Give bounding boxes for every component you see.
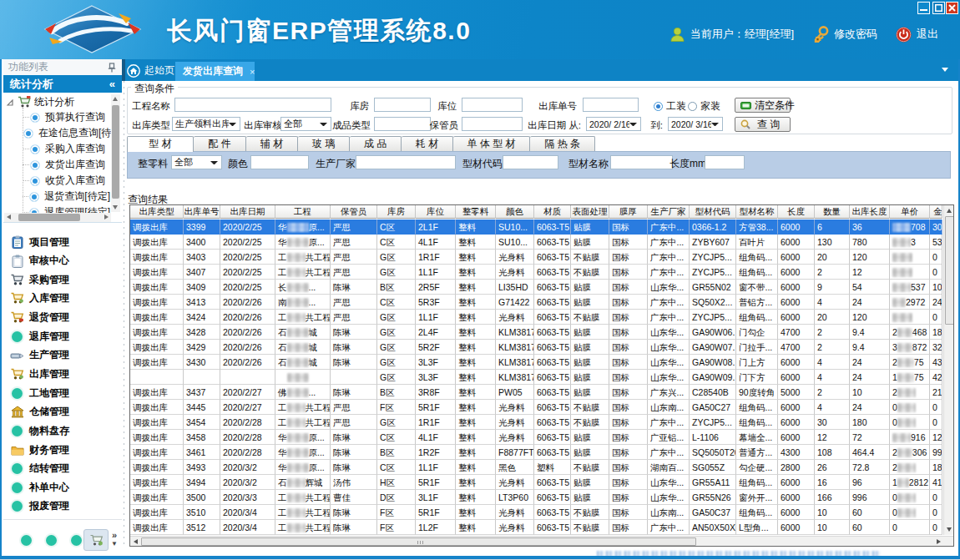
column-header-出库日期[interactable]: 出库日期 bbox=[220, 205, 275, 219]
tab-close-icon[interactable]: × bbox=[250, 67, 255, 77]
change-password-button[interactable]: 修改密码 bbox=[812, 26, 877, 43]
table-row-1[interactable]: 调拨出库34002020/2/25华原...严思C区4L1F整料SU10...6… bbox=[130, 235, 942, 250]
column-header-出库类型[interactable]: 出库类型 bbox=[130, 205, 184, 219]
column-header-型材代码[interactable]: 型材代码 bbox=[690, 205, 736, 219]
column-header-库位[interactable]: 库位 bbox=[416, 205, 456, 219]
column-header-型材名称[interactable]: 型材名称 bbox=[736, 205, 778, 219]
table-row-17[interactable]: 调拨出库34942020/3/2石辉城汤伟H区5R1F整料光身料6063-T5贴… bbox=[130, 475, 942, 490]
minimize-button[interactable] bbox=[917, 2, 930, 14]
whole-part-combo[interactable]: 全部 bbox=[171, 155, 222, 169]
table-row-3[interactable]: 调拨出库34072020/2/25工共工程严思G区1L1F整料光身料6063-T… bbox=[130, 265, 942, 280]
grid-hscroll-thumb[interactable] bbox=[141, 537, 696, 546]
sidebar-item-退货管理[interactable]: 退货管理 bbox=[3, 309, 123, 327]
column-header-单价[interactable]: 单价 bbox=[890, 205, 930, 219]
sidebar-item-审核中心[interactable]: 审核中心 bbox=[3, 252, 123, 270]
nav-overflow-dot-icon[interactable] bbox=[21, 535, 32, 546]
configure-buttons-chevron[interactable]: »▼ bbox=[111, 531, 118, 548]
profile-name-input[interactable] bbox=[610, 155, 673, 169]
table-row-10[interactable]: G区3L3F整料KLM38176063-T5贴膜国标山东华...GA90W09.… bbox=[130, 370, 942, 385]
table-row-15[interactable]: 调拨出库34612020/2/28华原...陈琳B区1R2F整料F8877FT6… bbox=[130, 445, 942, 460]
grid-scroll-left-icon[interactable] bbox=[134, 539, 138, 544]
tree-scroll-down-icon[interactable] bbox=[113, 205, 118, 209]
tree-hscroll-thumb[interactable] bbox=[18, 214, 80, 221]
sidebar-item-补单中心[interactable]: 补单中心 bbox=[3, 478, 123, 497]
tree-item-5[interactable]: 退货查询[待定] bbox=[3, 189, 110, 204]
sidebar-item-物料盘存[interactable]: 物料盘存 bbox=[3, 421, 123, 440]
sidebar-item-入库管理[interactable]: 入库管理 bbox=[3, 290, 123, 308]
sidebar-item-报废管理[interactable]: 报废管理 bbox=[3, 497, 123, 516]
table-row-19[interactable]: 调拨出库35102020/3/4工共工程陈琳F区5R1F整料光身料6063-T5… bbox=[130, 505, 942, 520]
sidebar-item-生产管理[interactable]: 生产管理 bbox=[3, 346, 123, 365]
tree-item-1[interactable]: 在途信息查询[待 bbox=[3, 125, 110, 141]
tree-vertical-scrollbar[interactable] bbox=[111, 94, 120, 212]
nav-overflow-cart-button[interactable] bbox=[83, 529, 109, 551]
profile-code-input[interactable] bbox=[503, 155, 558, 169]
table-row-4[interactable]: 调拨出库34092020/2/25长...陈琳B区2R5F整料LI35HD606… bbox=[130, 280, 942, 295]
collapse-icon[interactable]: « bbox=[109, 75, 115, 93]
column-header-颜色[interactable]: 颜色 bbox=[496, 205, 534, 219]
color-input[interactable] bbox=[250, 155, 309, 169]
tree-item-0[interactable]: 预算执行查询 bbox=[3, 109, 110, 125]
column-header-材质[interactable]: 材质 bbox=[534, 205, 571, 219]
grid-vertical-scrollbar[interactable] bbox=[943, 205, 954, 535]
column-header-保管员[interactable]: 保管员 bbox=[331, 205, 377, 219]
manufacturer-input[interactable] bbox=[356, 155, 456, 169]
column-header-出库长度[interactable]: 出库长度 bbox=[850, 205, 890, 219]
sidebar-item-仓储管理[interactable]: 仓储管理 bbox=[3, 403, 123, 421]
table-row-16[interactable]: 调拨出库34932020/3/2华原...陈琳C区1L1F整料黑色塑料不贴膜国标… bbox=[130, 460, 942, 475]
table-row-0[interactable]: 调拨出库33992020/2/25华原...严思C区2L1F整料SU10...6… bbox=[130, 219, 942, 235]
tab-outbound-query[interactable]: 发货出库查询 × bbox=[175, 62, 255, 81]
tree-scroll-left-icon[interactable] bbox=[7, 214, 11, 219]
sidebar-item-结转管理[interactable]: 结转管理 bbox=[3, 460, 123, 478]
column-header-膜厚[interactable]: 膜厚 bbox=[609, 205, 648, 219]
grid-horizontal-scrollbar[interactable] bbox=[130, 536, 954, 546]
close-button[interactable] bbox=[946, 2, 958, 14]
table-row-20[interactable]: 调拨出库35122020/3/4工共工程陈琳F区1L2F整料光身料6063-T5… bbox=[130, 520, 942, 535]
sidebar-item-退库管理[interactable]: 退库管理 bbox=[3, 327, 123, 346]
tree-vscroll-thumb[interactable] bbox=[112, 105, 119, 199]
column-header-表面处理[interactable]: 表面处理 bbox=[571, 205, 609, 219]
logout-button[interactable]: 退出 bbox=[896, 27, 938, 43]
column-header-数量[interactable]: 数量 bbox=[815, 205, 850, 219]
table-row-7[interactable]: 调拨出库34282020/2/26石城陈琳G区2L4F整料KLM38176063… bbox=[130, 325, 942, 340]
table-row-2[interactable]: 调拨出库34032020/2/25工共工程严思G区1R1F整料光身料6063-T… bbox=[130, 250, 942, 265]
tree-item-3[interactable]: 发货出库查询 bbox=[3, 157, 110, 173]
sidebar-item-出库管理[interactable]: 出库管理 bbox=[3, 365, 123, 383]
table-row-6[interactable]: 调拨出库34242020/2/26工共工程严思G区1L1F整料光身料6063-T… bbox=[130, 310, 942, 325]
grid-scroll-right-icon[interactable] bbox=[937, 539, 941, 544]
tree-expander-icon[interactable] bbox=[7, 98, 13, 108]
material-tab-型材[interactable]: 型 材 bbox=[127, 136, 194, 152]
table-row-5[interactable]: 调拨出库34132020/2/26南...严思C区5R3F整料G71422606… bbox=[130, 295, 942, 310]
table-row-18[interactable]: 调拨出库35002020/3/3工共工程曹佳D区3L1F整料LT3P606063… bbox=[130, 490, 942, 505]
sidebar-group-header[interactable]: 统计分析 « bbox=[3, 75, 123, 93]
tree-root-node[interactable]: 统计分析 bbox=[3, 94, 74, 110]
tree-horizontal-scrollbar[interactable] bbox=[4, 213, 111, 222]
sidebar-item-采购管理[interactable]: 采购管理 bbox=[3, 270, 123, 289]
table-row-12[interactable]: 调拨出库34452020/2/27工共工程严思F区5R1F整料光身料6063-T… bbox=[130, 400, 942, 415]
tab-list-dropdown-icon[interactable] bbox=[942, 68, 948, 72]
column-header-长度[interactable]: 长度 bbox=[778, 205, 815, 219]
grid-vscroll-thumb[interactable] bbox=[945, 216, 954, 325]
tree-scroll-right-icon[interactable] bbox=[104, 214, 109, 219]
maximize-button[interactable] bbox=[932, 2, 945, 14]
column-header-工程[interactable]: 工程 bbox=[275, 205, 331, 219]
table-row-13[interactable]: 调拨出库34542020/2/28工共工程严思G区1R1F整料光身料6063-T… bbox=[130, 415, 942, 430]
column-header-金额[interactable]: 金额 bbox=[930, 205, 942, 219]
length-input[interactable] bbox=[705, 155, 745, 169]
table-row-11[interactable]: 调拨出库34372020/2/27佛...陈琳B区3R8F整料PW056063-… bbox=[130, 385, 942, 400]
tab-home[interactable]: 起始页 bbox=[127, 62, 174, 79]
grid-scroll-up-icon[interactable] bbox=[947, 209, 952, 213]
nav-overflow-dot-icon[interactable] bbox=[46, 535, 57, 546]
column-header-库房[interactable]: 库房 bbox=[377, 205, 416, 219]
sidebar-item-财务管理[interactable]: 财务管理 bbox=[3, 441, 123, 459]
grid-scroll-down-icon[interactable] bbox=[947, 527, 952, 532]
table-row-8[interactable]: 调拨出库34292020/2/26石城陈琳G区5R2F整料KLM38176063… bbox=[130, 340, 942, 355]
table-row-9[interactable]: 调拨出库34302020/2/26石城陈琳G区3L3F整料KLM38176063… bbox=[130, 355, 942, 370]
tree-scroll-up-icon[interactable] bbox=[113, 97, 118, 101]
tree-item-2[interactable]: 采购入库查询 bbox=[3, 141, 110, 157]
table-row-14[interactable]: 调拨出库34582020/2/28华原...陈琳C区4L1F整料光身料6063-… bbox=[130, 430, 942, 445]
tree-item-4[interactable]: 收货入库查询 bbox=[3, 173, 110, 189]
column-header-整零料[interactable]: 整零料 bbox=[456, 205, 496, 219]
column-header-生产厂家[interactable]: 生产厂家 bbox=[648, 205, 690, 219]
sidebar-item-项目管理[interactable]: 项目管理 bbox=[3, 233, 123, 251]
